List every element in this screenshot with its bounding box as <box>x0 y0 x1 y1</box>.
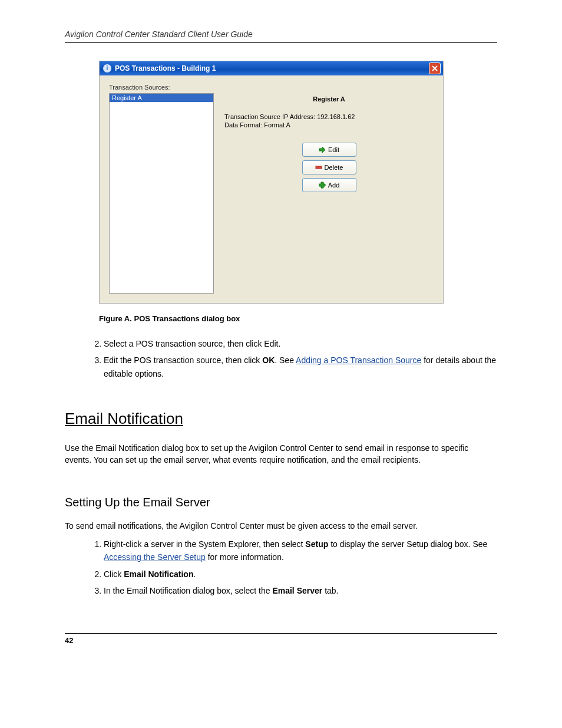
server-step-3: In the Email Notification dialog box, se… <box>104 584 497 597</box>
steps-list: Select a POS transaction source, then cl… <box>80 337 497 380</box>
add-label: Add <box>328 182 340 189</box>
page-header: Avigilon Control Center Standard Client … <box>65 29 497 43</box>
arrow-right-icon <box>319 146 326 153</box>
add-button[interactable]: Add <box>302 178 356 192</box>
link-adding-source[interactable]: Adding a POS Transaction Source <box>296 355 421 365</box>
dialog-title: POS Transactions - Building 1 <box>115 64 216 73</box>
page-number: 42 <box>65 633 497 645</box>
heading-email-server: Setting Up the Email Server <box>65 496 497 509</box>
email-para: Use the Email Notification dialog box to… <box>65 442 497 466</box>
server-step-2: Click Email Notification. <box>104 568 497 581</box>
title-icon: i <box>103 64 111 73</box>
format-line: Data Format: Format A <box>224 121 434 129</box>
detail-heading: Register A <box>224 95 434 103</box>
close-icon <box>432 65 438 71</box>
edit-label: Edit <box>328 146 339 153</box>
minus-icon <box>315 164 322 171</box>
link-server-setup[interactable]: Accessing the Server Setup <box>104 552 206 562</box>
step-2: Select a POS transaction source, then cl… <box>104 337 497 350</box>
delete-button[interactable]: Delete <box>302 160 356 174</box>
svg-rect-0 <box>316 166 322 169</box>
list-item[interactable]: Register A <box>110 94 213 102</box>
server-steps: Right-click a server in the System Explo… <box>80 538 497 598</box>
step-3: Edit the POS transaction source, then cl… <box>104 354 497 380</box>
email-server-para: To send email notifications, the Avigilo… <box>65 520 497 532</box>
sources-listbox[interactable]: Register A <box>109 93 214 294</box>
figure-caption: Figure A. POS Transactions dialog box <box>99 314 497 323</box>
ip-line: Transaction Source IP Address: 192.168.1… <box>224 113 434 120</box>
plus-icon <box>319 182 326 189</box>
titlebar: i POS Transactions - Building 1 <box>100 61 443 75</box>
dialog-pos-transactions: i POS Transactions - Building 1 Transact… <box>99 61 444 304</box>
heading-email-notification: Email Notification <box>65 410 497 428</box>
sources-label: Transaction Sources: <box>109 84 214 91</box>
server-step-1: Right-click a server in the System Explo… <box>104 538 497 564</box>
close-button[interactable] <box>429 62 441 74</box>
edit-button[interactable]: Edit <box>302 143 356 157</box>
delete-label: Delete <box>325 164 343 171</box>
